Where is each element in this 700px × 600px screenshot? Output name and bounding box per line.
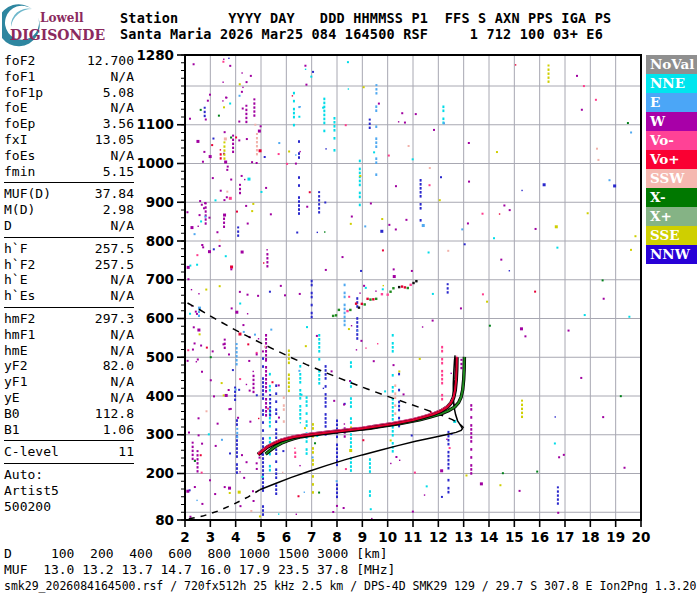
svg-text:300: 300 — [146, 426, 174, 442]
svg-text:19: 19 — [606, 529, 625, 545]
muf-row: MUF 13.0 13.2 13.7 14.7 16.0 17.9 23.5 3… — [4, 562, 395, 578]
legend-item-sse: SSE — [646, 226, 697, 245]
legend-item-vo: Vo+ — [646, 150, 697, 169]
legend-item-e: E — [646, 93, 697, 112]
svg-text:600: 600 — [146, 310, 174, 326]
svg-text:200: 200 — [146, 465, 174, 481]
profile-curve — [189, 355, 463, 519]
svg-text:12: 12 — [429, 529, 448, 545]
digisonde-ionogram-window: Lowell DIGISONDE Station YYYY DAY DDD HH… — [0, 0, 700, 600]
svg-text:80: 80 — [155, 512, 174, 528]
svg-text:500: 500 — [146, 349, 174, 365]
svg-text:7: 7 — [307, 529, 316, 545]
axis-labels: 2345678910111213141516171819201280110010… — [136, 47, 650, 546]
legend-item-ssw: SSW — [646, 169, 697, 188]
svg-text:4: 4 — [231, 529, 240, 545]
svg-text:6: 6 — [282, 529, 291, 545]
svg-text:9: 9 — [358, 529, 367, 545]
svg-text:3: 3 — [206, 529, 215, 545]
noise-dots — [186, 58, 636, 520]
svg-text:18: 18 — [581, 529, 600, 545]
svg-text:5: 5 — [256, 529, 265, 545]
svg-text:10: 10 — [378, 529, 397, 545]
svg-text:20: 20 — [632, 529, 651, 545]
legend-item-vo: Vo- — [646, 131, 697, 150]
svg-text:1000: 1000 — [136, 155, 174, 171]
legend-item-nne: NNE — [646, 74, 697, 93]
doppler-direction-legend: NoValNNEEWVo-Vo+SSWX-X+SSENNW — [646, 55, 697, 264]
legend-item-x: X+ — [646, 207, 697, 226]
legend-item-nnw: NNW — [646, 245, 697, 264]
legend-item-noval: NoVal — [646, 55, 697, 74]
svg-text:14: 14 — [480, 529, 499, 545]
svg-text:16: 16 — [530, 529, 549, 545]
muf-distance-table: D 100 200 400 600 800 1000 1500 3000 [km… — [4, 546, 395, 578]
ionogram-plot: 2345678910111213141516171819201280110010… — [0, 0, 700, 600]
file-info-footer: smk29_2026084164500.rsf / 720fx512h 25 k… — [4, 579, 696, 593]
svg-text:2: 2 — [180, 529, 189, 545]
svg-text:13: 13 — [454, 529, 473, 545]
svg-text:800: 800 — [146, 233, 174, 249]
axis-ticks — [177, 55, 641, 527]
x-trace — [266, 357, 465, 454]
distance-row: D 100 200 400 600 800 1000 1500 3000 [km… — [4, 546, 395, 562]
svg-text:700: 700 — [146, 271, 174, 287]
rfi-streaks — [236, 92, 472, 516]
svg-text:11: 11 — [404, 529, 423, 545]
svg-text:1280: 1280 — [136, 47, 174, 63]
svg-text:400: 400 — [146, 388, 174, 404]
svg-text:15: 15 — [505, 529, 524, 545]
svg-text:900: 900 — [146, 194, 174, 210]
o-trace — [258, 356, 457, 455]
svg-text:1100: 1100 — [136, 116, 174, 132]
svg-text:8: 8 — [332, 529, 341, 545]
grid-lines — [185, 55, 641, 520]
legend-item-x: X- — [646, 188, 697, 207]
legend-item-w: W — [646, 112, 697, 131]
svg-text:17: 17 — [556, 529, 575, 545]
